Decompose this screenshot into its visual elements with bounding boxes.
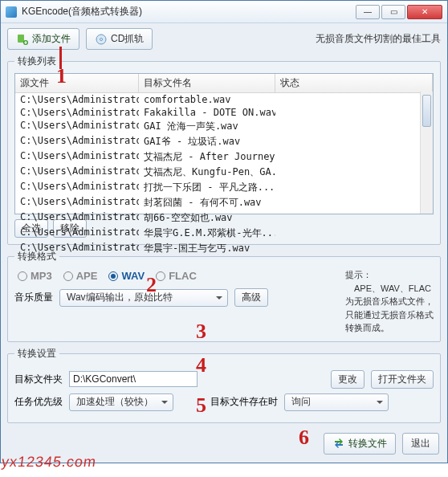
format-hint: 提示： APE、WAV、FLAC为无损音乐格式文件，只能通过无损音乐格式转换而成… <box>345 268 434 335</box>
convert-label: 转换文件 <box>348 437 387 450</box>
cell-target: 胡66-空空如也.wav <box>139 210 275 226</box>
cell-source: C:\Users\Administrator\D... <box>15 106 139 119</box>
window-title: KGEncode(音频格式转换器) <box>22 5 356 18</box>
scrollbar-thumb[interactable] <box>422 95 431 127</box>
file-list[interactable]: 源文件 目标文件名 状态 C:\Users\Administrator\D...… <box>14 73 434 214</box>
cell-status <box>275 119 433 134</box>
quality-select[interactable]: Wav编码输出，原始比特 <box>59 289 228 307</box>
cell-target: 华晨宇G.E.M.邓紫棋-光年... <box>139 226 275 241</box>
svg-rect-0 <box>18 35 24 43</box>
change-folder-button[interactable]: 更改 <box>331 370 365 389</box>
table-row[interactable]: C:\Users\Administrator\D...Fakakilla - D… <box>15 106 433 119</box>
cell-source: C:\Users\Administrator\D... <box>15 180 139 195</box>
add-file-label: 添加文件 <box>32 32 71 46</box>
table-row[interactable]: C:\Users\Administrator\D...comfortable.w… <box>15 93 433 106</box>
cell-target: 打扰一下乐团 - 平凡之路... <box>139 180 275 195</box>
cell-source: C:\Users\Administrator\D... <box>15 241 139 256</box>
table-row[interactable]: C:\Users\Administrator\D...封茗囧菌 - 有何不可.w… <box>15 195 433 210</box>
cell-source: C:\Users\Administrator\D... <box>15 93 139 106</box>
add-file-button[interactable]: 添加文件 <box>7 28 79 50</box>
svg-point-3 <box>100 38 103 40</box>
radio-wav[interactable]: WAV <box>108 270 145 282</box>
cell-status <box>275 149 433 165</box>
open-folder-button[interactable]: 打开文件夹 <box>371 370 434 389</box>
cd-icon <box>95 33 108 46</box>
radio-flac[interactable]: FLAC <box>156 270 197 282</box>
music-plus-icon <box>16 33 29 46</box>
cell-source: C:\Users\Administrator\D... <box>15 165 139 180</box>
col-target[interactable]: 目标文件名 <box>139 74 275 92</box>
table-row[interactable]: C:\Users\Administrator\D...GAI 沧海一声笑.wav <box>15 119 433 134</box>
target-folder-input[interactable] <box>69 371 198 387</box>
priority-select[interactable]: 加速处理（较快） <box>69 393 173 411</box>
cell-source: C:\Users\Administrator\D... <box>15 195 139 210</box>
table-row[interactable]: C:\Users\Administrator\D...打扰一下乐团 - 平凡之路… <box>15 180 433 195</box>
convert-button[interactable]: 转换文件 <box>324 433 396 455</box>
cell-target: GAI爷 - 垃圾话.wav <box>139 134 275 149</box>
conversion-list-group: 转换列表 源文件 目标文件名 状态 C:\Users\Administrator… <box>7 55 441 245</box>
app-icon <box>6 6 17 18</box>
minimize-button[interactable]: — <box>356 5 380 19</box>
radio-ape[interactable]: APE <box>63 270 98 282</box>
priority-label: 任务优先级 <box>14 395 63 409</box>
format-group: 转换格式 MP3 APE WAV FLAC 音乐质量 Wav编码输出，原始比特 … <box>7 250 441 342</box>
settings-legend: 转换设置 <box>14 347 59 361</box>
cell-source: C:\Users\Administrator\D... <box>15 210 139 226</box>
table-row[interactable]: C:\Users\Administrator\D...华晨宇G.E.M.邓紫棋-… <box>15 226 433 241</box>
table-row[interactable]: C:\Users\Administrator\D...艾福杰尼 - After … <box>15 149 433 165</box>
settings-group: 转换设置 目标文件夹 更改 打开文件夹 任务优先级 加速处理（较快） 目标文件存… <box>7 347 441 423</box>
titlebar: KGEncode(音频格式转换器) — ▭ ✕ <box>1 1 447 23</box>
exists-select[interactable]: 询问 <box>284 393 389 411</box>
cd-grab-label: CD抓轨 <box>111 32 144 46</box>
cell-target: 封茗囧菌 - 有何不可.wav <box>139 195 275 210</box>
col-source[interactable]: 源文件 <box>15 74 139 92</box>
cell-source: C:\Users\Administrator\D... <box>15 119 139 134</box>
cell-status <box>275 226 433 241</box>
cell-status <box>275 195 433 210</box>
cell-source: C:\Users\Administrator\D... <box>15 226 139 241</box>
table-row[interactable]: C:\Users\Administrator\D...GAI爷 - 垃圾话.wa… <box>15 134 433 149</box>
cell-source: C:\Users\Administrator\D... <box>15 134 139 149</box>
maximize-button[interactable]: ▭ <box>381 5 405 19</box>
table-row[interactable]: C:\Users\Administrator\D...胡66-空空如也.wav <box>15 210 433 226</box>
watermark: yx12345.com <box>1 454 98 471</box>
cell-status <box>275 134 433 149</box>
radio-mp3[interactable]: MP3 <box>18 270 52 282</box>
cell-target: Fakakilla - DOTE ON.wav <box>139 106 275 119</box>
cell-source: C:\Users\Administrator\D... <box>15 149 139 165</box>
cell-status <box>275 106 433 119</box>
target-folder-label: 目标文件夹 <box>14 373 63 386</box>
close-button[interactable]: ✕ <box>407 5 442 19</box>
vertical-scrollbar[interactable] <box>420 92 433 214</box>
exists-label: 目标文件存在时 <box>210 395 278 409</box>
cell-target: 华晨宇-国王与乞丐.wav <box>139 241 275 256</box>
cell-status <box>275 93 433 106</box>
table-row[interactable]: C:\Users\Administrator\D...艾福杰尼、Kungfu-P… <box>15 165 433 180</box>
cell-status <box>275 180 433 195</box>
table-row[interactable]: C:\Users\Administrator\D...华晨宇-国王与乞丐.wav <box>15 241 433 256</box>
exit-button[interactable]: 退出 <box>402 433 439 455</box>
convert-icon <box>332 437 345 450</box>
cell-status <box>275 241 433 256</box>
col-status[interactable]: 状态 <box>275 74 433 92</box>
cell-target: 艾福杰尼、Kungfu-Pen、GA... <box>139 165 275 180</box>
cell-status <box>275 210 433 226</box>
cell-target: comfortable.wav <box>139 93 275 106</box>
list-legend: 转换列表 <box>14 55 59 68</box>
advanced-button[interactable]: 高级 <box>234 288 268 307</box>
quality-label: 音乐质量 <box>14 291 53 304</box>
cd-grab-button[interactable]: CD抓轨 <box>86 28 153 50</box>
tagline: 无损音质文件切割的最佳工具 <box>316 32 441 46</box>
cell-status <box>275 165 433 180</box>
list-header: 源文件 目标文件名 状态 <box>15 74 433 93</box>
cell-target: GAI 沧海一声笑.wav <box>139 119 275 134</box>
cell-target: 艾福杰尼 - After Journey... <box>139 149 275 165</box>
